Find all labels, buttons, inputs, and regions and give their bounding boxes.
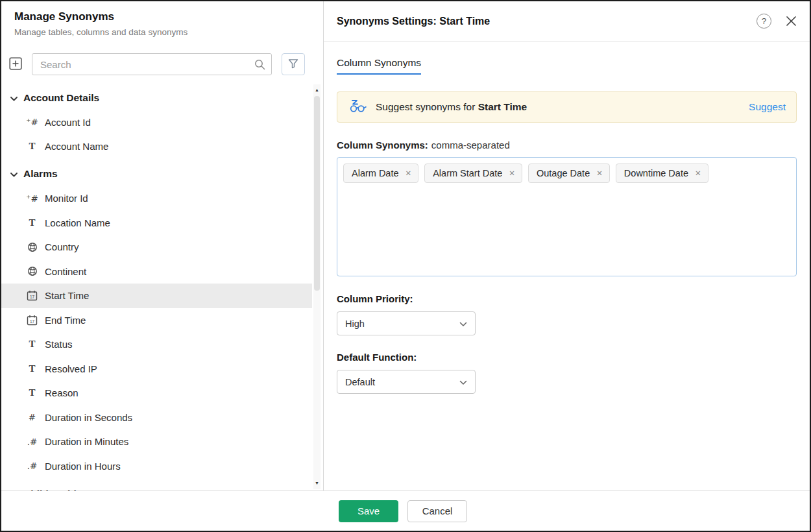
tree-item-label: Duration in Seconds [45, 412, 132, 423]
text-type-icon: T [26, 363, 38, 374]
tree-item-label: Continent [45, 266, 86, 277]
comma-separated-hint: comma-separated [431, 139, 510, 151]
tree-item-label: Country [45, 241, 79, 252]
synonym-chip-label: Alarm Date [352, 168, 399, 178]
synonym-chip: Alarm Date✕ [343, 163, 418, 183]
tree-item-reason[interactable]: TReason [1, 381, 312, 405]
search-box [32, 53, 272, 75]
tree-group-label: Account Details [23, 92, 99, 104]
remove-chip-icon[interactable]: ✕ [695, 169, 701, 178]
filter-button[interactable] [282, 53, 305, 75]
search-input[interactable] [32, 54, 271, 75]
column-synonyms-label: Column Synonyms:comma-separated [337, 139, 797, 151]
tree-item-label: Resolved IP [45, 363, 97, 374]
tab-bar: Column Synonyms [337, 57, 797, 75]
settings-title: Synonyms Settings: Start Time [337, 16, 490, 27]
header-actions: ? [757, 14, 797, 29]
tree-item-label: Status [45, 339, 73, 350]
left-panel: Manage Synonyms Manage tables, columns a… [1, 1, 324, 490]
tree-item-monitor-id[interactable]: ⁺#Monitor Id [1, 186, 312, 211]
help-icon[interactable]: ? [757, 14, 771, 29]
suggest-banner-column: Start Time [478, 101, 527, 112]
text-type-icon: T [26, 217, 38, 228]
svg-text:17: 17 [30, 319, 35, 324]
synonym-chip: Downtime Date✕ [616, 163, 708, 183]
suggest-banner-text: Suggest synonyms for Start Time [376, 101, 527, 113]
cancel-button[interactable]: Cancel [407, 500, 467, 522]
positive-number-icon: ⁺# [26, 117, 38, 127]
suggest-link[interactable]: Suggest [749, 101, 786, 113]
tree-item-label: End Time [45, 315, 86, 326]
chevron-down-icon [459, 377, 467, 387]
chevron-down-icon [459, 319, 467, 329]
calendar-icon: 17 [26, 315, 38, 326]
chevron-down-icon [10, 92, 18, 104]
remove-chip-icon[interactable]: ✕ [509, 169, 515, 178]
tree-group-label: Alarms [23, 168, 58, 180]
tree-item-label: Start Time [45, 290, 89, 301]
tree-group-label: Child Entities [23, 488, 88, 490]
manage-synonyms-window: Manage Synonyms Manage tables, columns a… [0, 0, 811, 532]
tree-item-label: Reason [45, 387, 79, 398]
main-area: Manage Synonyms Manage tables, columns a… [1, 1, 810, 490]
svg-text:17: 17 [30, 295, 35, 299]
tree-item-resolved-ip[interactable]: TResolved IP [1, 357, 312, 381]
function-select[interactable]: Default [337, 370, 476, 394]
zia-icon [348, 99, 367, 115]
chevron-down-icon [10, 168, 18, 180]
calendar-icon: 17 [26, 290, 38, 301]
zia-suggest-banner: Suggest synonyms for Start Time Suggest [337, 91, 797, 123]
priority-select[interactable]: High [337, 311, 476, 335]
tree-item-continent[interactable]: Continent [1, 260, 312, 284]
settings-header: Synonyms Settings: Start Time ? [324, 1, 810, 42]
add-icon [9, 57, 22, 72]
tree-group-account-details[interactable]: Account Details [1, 86, 312, 110]
close-icon[interactable] [786, 16, 797, 27]
tree-item-label: Account Name [45, 141, 108, 152]
tree-item-label: Location Name [45, 217, 110, 228]
synonym-chip: Alarm Start Date✕ [424, 163, 522, 183]
tree-item-end-time[interactable]: 17End Time [1, 308, 312, 333]
function-value: Default [345, 377, 375, 387]
save-button[interactable]: Save [339, 500, 398, 522]
synonyms-tag-input[interactable]: Alarm Date✕Alarm Start Date✕Outage Date✕… [337, 157, 797, 276]
column-priority-label: Column Priority: [337, 293, 797, 304]
tree-item-duration-in-hours[interactable]: .#Duration in Hours [1, 454, 312, 479]
tree-item-label: Duration in Hours [45, 461, 121, 472]
tree-item-label: Account Id [45, 117, 91, 128]
text-type-icon: T [26, 339, 38, 350]
tree-group-alarms[interactable]: Alarms [1, 162, 312, 187]
scrollbar[interactable]: ▲ ▼ [313, 84, 321, 489]
footer-bar: Save Cancel [1, 490, 810, 531]
scroll-up-arrow-icon[interactable]: ▲ [313, 87, 321, 93]
tree-item-duration-in-seconds[interactable]: #Duration in Seconds [1, 405, 312, 430]
tree-item-account-name[interactable]: TAccount Name [1, 134, 312, 159]
decimal-number-icon: .# [26, 461, 38, 471]
priority-value: High [345, 319, 365, 329]
tree-item-account-id[interactable]: ⁺#Account Id [1, 110, 312, 135]
tree-group-child-entities[interactable]: Child Entities [1, 481, 312, 490]
number-icon: # [26, 412, 38, 422]
globe-icon [26, 242, 38, 252]
scrollbar-thumb[interactable] [314, 96, 320, 291]
remove-chip-icon[interactable]: ✕ [406, 169, 412, 178]
add-button[interactable] [9, 57, 22, 72]
right-panel: Synonyms Settings: Start Time ? Column S… [324, 1, 810, 490]
tree-item-start-time[interactable]: 17Start Time [1, 284, 312, 308]
tree-item-country[interactable]: Country [1, 235, 312, 260]
synonym-chip-label: Outage Date [537, 168, 590, 178]
tree-item-status[interactable]: TStatus [1, 332, 312, 357]
tree-item-location-name[interactable]: TLocation Name [1, 211, 312, 236]
synonym-chip-label: Alarm Start Date [433, 168, 502, 178]
remove-chip-icon[interactable]: ✕ [596, 169, 603, 178]
left-toolbar [9, 53, 314, 75]
tab-column-synonyms[interactable]: Column Synonyms [337, 57, 421, 75]
column-tree: Account Details⁺#Account IdTAccount Name… [1, 86, 323, 490]
scroll-down-arrow-icon[interactable]: ▼ [313, 480, 321, 487]
text-type-icon: T [26, 141, 38, 152]
globe-icon [26, 266, 38, 276]
chevron-down-icon [10, 488, 18, 490]
synonym-chip-label: Downtime Date [624, 168, 688, 178]
tree-item-duration-in-minutes[interactable]: .#Duration in Minutes [1, 429, 312, 454]
search-icon[interactable] [254, 59, 265, 73]
